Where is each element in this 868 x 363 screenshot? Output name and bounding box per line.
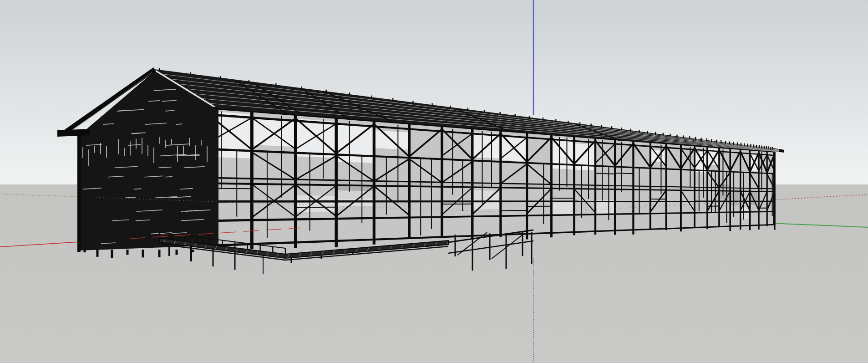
scene-canvas[interactable]: [0, 0, 868, 363]
3d-viewport[interactable]: [0, 0, 868, 363]
